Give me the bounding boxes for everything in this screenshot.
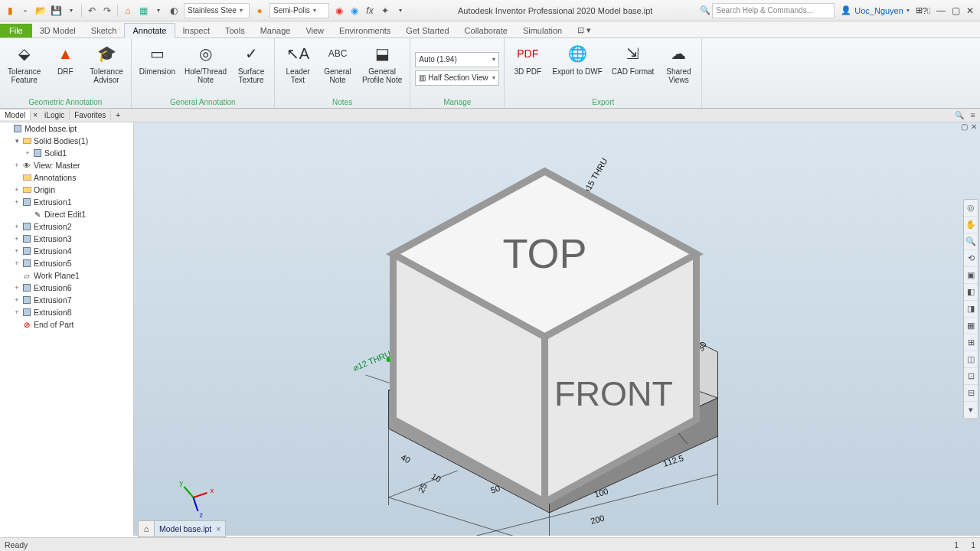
nav-tool-icon[interactable]: ▦: [964, 318, 978, 334]
tab-environments[interactable]: Environments: [332, 24, 398, 37]
cad-format-button[interactable]: ⇲CAD Format: [609, 40, 658, 97]
new-icon[interactable]: ▫: [18, 4, 32, 18]
nav-tool-icon[interactable]: ⊞: [964, 334, 978, 351]
undo-icon[interactable]: ↶: [85, 4, 99, 18]
save-icon[interactable]: 💾: [49, 4, 63, 18]
close-tab-icon[interactable]: ×: [216, 524, 220, 533]
document-tab[interactable]: Model base.ipt ×: [155, 520, 226, 537]
section-view-dropdown[interactable]: ▥Half Section View▾: [415, 70, 499, 86]
viewport-close-icon[interactable]: ✕: [971, 122, 977, 131]
nav-tool-icon[interactable]: ▾: [964, 402, 978, 419]
search-input[interactable]: Search Help & Commands...: [712, 3, 835, 18]
help-icon[interactable]: ?⃝: [923, 6, 930, 15]
material-dropdown[interactable]: Stainless Stee ▾: [184, 3, 250, 18]
tree-node[interactable]: +Extrusion6: [0, 282, 133, 294]
browser-tab-favorites[interactable]: Favorites: [70, 110, 111, 120]
param-icon[interactable]: ✦: [378, 4, 392, 18]
svg-text:FRONT: FRONT: [554, 374, 673, 413]
annotation-scale-dropdown[interactable]: Auto (1.94)▾: [415, 52, 499, 67]
open-icon[interactable]: 📂: [34, 4, 47, 18]
appearance-dropdown[interactable]: Semi-Polis ▾: [270, 3, 329, 18]
nav-tool-icon[interactable]: ◧: [964, 284, 978, 301]
select-dropdown-icon[interactable]: ▾: [152, 4, 165, 18]
nav-tool-icon[interactable]: ⊡: [964, 368, 978, 385]
add-tab-icon[interactable]: +: [111, 110, 125, 120]
tab-3d-model[interactable]: 3D Model: [32, 24, 83, 37]
hole-thread-note-button[interactable]: ◎Hole/ThreadNote: [181, 40, 230, 97]
tree-node[interactable]: Annotations: [0, 171, 133, 184]
qat-dropdown-icon[interactable]: ▾: [394, 4, 407, 18]
nav-tool-icon[interactable]: ◨: [964, 301, 978, 318]
shared-views-button[interactable]: ☁SharedViews: [660, 40, 697, 97]
tab-simulation[interactable]: Simulation: [515, 24, 570, 37]
tab-overflow-icon[interactable]: ⊡ ▾: [570, 23, 599, 37]
browser-menu-icon[interactable]: ≡: [966, 111, 980, 119]
browser-tab-ilogic[interactable]: iLogic: [40, 110, 70, 120]
home-tab-icon[interactable]: ⌂: [138, 520, 155, 537]
tab-tools[interactable]: Tools: [217, 24, 253, 37]
main-area: Model base.ipt▾Solid Bodies(1)+Solid1+👁V…: [0, 122, 980, 536]
nav-tool-icon[interactable]: ◫: [964, 351, 978, 368]
home-icon[interactable]: ⌂: [121, 4, 135, 18]
tab-get-started[interactable]: Get Started: [398, 24, 456, 37]
surface-texture-button[interactable]: ✓SurfaceTexture: [233, 40, 270, 97]
leader-text-button[interactable]: ↖ALeaderText: [279, 40, 316, 97]
fx-icon[interactable]: fx: [363, 4, 377, 18]
redo-icon[interactable]: ↷: [100, 4, 114, 18]
file-tab[interactable]: File: [0, 24, 32, 37]
tolerance-feature-button[interactable]: ⬙ToleranceFeature: [5, 40, 44, 97]
dimension-button[interactable]: ▭Dimension: [136, 40, 178, 97]
tree-node[interactable]: Model base.ipt: [0, 122, 133, 135]
tree-node[interactable]: ⊘End of Part: [0, 318, 133, 331]
tree-node[interactable]: ▾Solid Bodies(1): [0, 135, 133, 147]
tree-node[interactable]: +Origin: [0, 184, 133, 196]
tab-manage[interactable]: Manage: [253, 24, 299, 37]
tree-node[interactable]: +Extrusion5: [0, 257, 133, 269]
tab-view[interactable]: View: [298, 24, 332, 37]
tolerance-advisor-button[interactable]: 🎓ToleranceAdvisor: [87, 40, 126, 97]
browser-search-icon[interactable]: 🔍: [952, 111, 966, 119]
color2-icon[interactable]: ◉: [348, 4, 361, 18]
close-icon[interactable]: ✕: [966, 5, 974, 16]
select-icon[interactable]: ▦: [136, 4, 150, 18]
nav-tool-icon[interactable]: ⊟: [964, 385, 978, 402]
appearance-sphere-icon[interactable]: ●: [253, 4, 266, 18]
tree-node[interactable]: +Extrusion2: [0, 220, 133, 233]
pan-icon[interactable]: ✋: [964, 217, 978, 233]
view-cube[interactable]: TOP FRONT: [122, 130, 968, 543]
tree-node[interactable]: +Extrusion7: [0, 294, 133, 306]
nav-wheel-icon[interactable]: ◎: [964, 200, 978, 217]
export-dwf-button[interactable]: 🌐Export to DWF: [549, 40, 606, 97]
tree-node[interactable]: +👁View: Master: [0, 159, 133, 171]
tab-sketch[interactable]: Sketch: [83, 24, 125, 37]
material-sphere-icon[interactable]: ◐: [167, 4, 181, 18]
tree-node[interactable]: +Extrusion3: [0, 233, 133, 245]
tab-annotate[interactable]: Annotate: [124, 23, 175, 38]
user-account[interactable]: 👤 Uoc_Nguyen ▾: [841, 5, 910, 15]
browser-tab-model[interactable]: Model: [0, 110, 31, 120]
tree-node[interactable]: ▱Work Plane1: [0, 269, 133, 282]
viewport[interactable]: ▢ ✕ TOP FRONT ◎ ✋ 🔍 ⟲ ▣ ◧ ◨ ▦ ⊞ ◫ ⊡ ⊟ ▾: [134, 122, 980, 536]
tab-close-icon[interactable]: ×: [31, 111, 40, 119]
tree-node[interactable]: +Extrusion4: [0, 245, 133, 257]
drf-button[interactable]: ▲DRF: [47, 40, 83, 97]
minimize-icon[interactable]: —: [936, 5, 946, 16]
tree-node[interactable]: +Extrusion1: [0, 196, 133, 208]
orbit-icon[interactable]: ⟲: [964, 250, 978, 267]
tab-inspect[interactable]: Inspect: [175, 24, 217, 37]
maximize-icon[interactable]: ▢: [952, 5, 960, 16]
search-icon[interactable]: 🔍: [700, 5, 710, 15]
3d-pdf-button[interactable]: PDF3D PDF: [509, 40, 546, 97]
look-at-icon[interactable]: ▣: [964, 267, 978, 284]
tree-node[interactable]: +Solid1: [0, 147, 133, 159]
tree-node[interactable]: ✎Direct Edit1: [0, 208, 133, 220]
tab-collaborate[interactable]: Collaborate: [457, 24, 515, 37]
save-dropdown-icon[interactable]: ▾: [64, 4, 78, 18]
app-icon[interactable]: ▮: [3, 4, 17, 18]
zoom-icon[interactable]: 🔍: [964, 233, 978, 250]
favorites-icon[interactable]: ⊞: [916, 5, 923, 15]
color-icon[interactable]: ◉: [332, 4, 346, 18]
general-profile-note-button[interactable]: ⬓GeneralProfile Note: [359, 40, 405, 97]
general-note-button[interactable]: ABCGeneralNote: [319, 40, 356, 97]
tree-node[interactable]: +Extrusion8: [0, 306, 133, 318]
